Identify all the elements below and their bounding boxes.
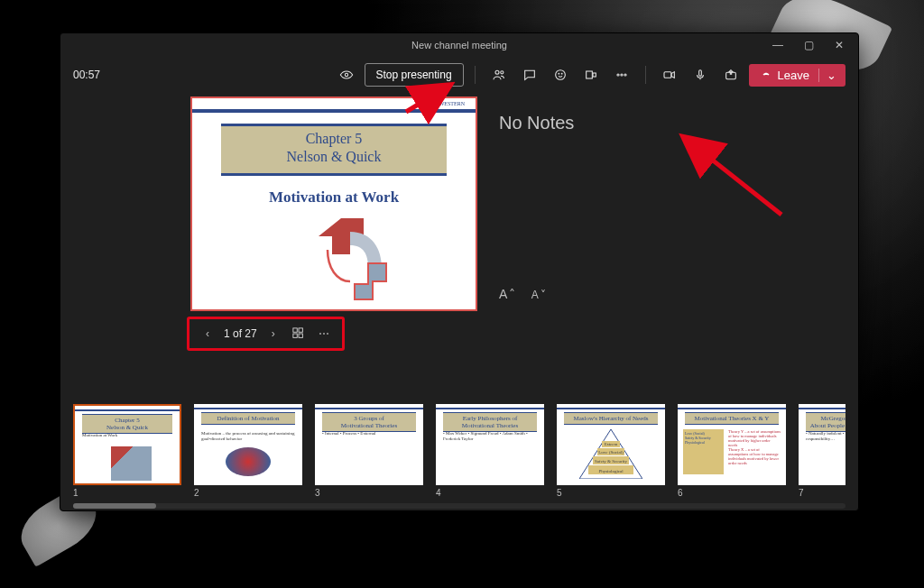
svg-rect-12: [698, 70, 701, 77]
font-decrease-button[interactable]: A˅: [531, 289, 548, 301]
svg-rect-15: [299, 328, 302, 332]
more-actions-icon[interactable]: [609, 62, 634, 87]
notes-font-controls: A˄ A˅: [499, 287, 845, 301]
toolbar-divider: [475, 66, 476, 84]
titlebar: New channel meeting — ▢ ✕: [60, 33, 858, 57]
close-button[interactable]: ✕: [824, 33, 855, 57]
svg-point-4: [559, 73, 559, 74]
minimize-button[interactable]: —: [762, 33, 793, 57]
svg-point-9: [621, 74, 623, 76]
svg-point-5: [561, 73, 562, 74]
slide-art-icon: [300, 214, 409, 304]
leave-button[interactable]: Leave ⌄: [749, 64, 845, 87]
thumbnail-number: 4: [436, 488, 544, 498]
svg-rect-17: [299, 334, 302, 337]
window-controls: — ▢ ✕: [762, 33, 855, 57]
slide-nav-strip: ‹ 1 of 27 › ⋯: [187, 317, 345, 351]
chapter-line-1: Chapter 5: [221, 130, 447, 148]
thumbnail-slide[interactable]: 3 Groups ofMotivational Theories • Inter…: [315, 404, 423, 498]
mic-icon[interactable]: [688, 62, 713, 87]
slide-title: Motivation at Work: [192, 188, 476, 207]
thumbnail-slide[interactable]: Motivational Theories X & Y Love (Social…: [678, 404, 786, 498]
thumbnail-number: 3: [315, 488, 423, 498]
call-timer: 00:57: [73, 69, 100, 81]
svg-rect-16: [293, 334, 297, 337]
window-title: New channel meeting: [411, 40, 507, 51]
svg-point-1: [495, 70, 499, 74]
svg-rect-14: [293, 328, 297, 332]
reactions-icon[interactable]: [548, 62, 573, 87]
scrollbar-handle[interactable]: [73, 503, 156, 509]
grid-view-icon[interactable]: [290, 325, 308, 343]
svg-rect-7: [593, 73, 596, 77]
chat-icon[interactable]: [517, 62, 542, 87]
slide-chapter-box: Chapter 5 Nelson & Quick: [221, 124, 447, 176]
share-icon[interactable]: [718, 62, 744, 87]
presenter-view: SOUTH-WESTERN Chapter 5 Nelson & Quick M…: [60, 93, 858, 404]
svg-rect-13: [725, 72, 735, 78]
stop-presenting-button[interactable]: Stop presenting: [365, 63, 464, 87]
toolbar-divider: [645, 66, 646, 84]
svg-point-10: [624, 74, 626, 76]
slide-counter: 1 of 27: [224, 327, 257, 340]
prev-slide-button[interactable]: ‹: [199, 325, 217, 343]
chevron-down-icon: ⌄: [818, 69, 836, 82]
current-slide-pane: SOUTH-WESTERN Chapter 5 Nelson & Quick M…: [73, 93, 477, 399]
participants-icon[interactable]: [486, 62, 512, 87]
svg-text:Esteem: Esteem: [605, 442, 618, 446]
svg-text:Love (Social): Love (Social): [598, 450, 624, 455]
meeting-window: New channel meeting — ▢ ✕ 00:57 Stop pre…: [60, 32, 859, 511]
thumbnail-scrollbar[interactable]: [73, 503, 845, 509]
breakout-rooms-icon[interactable]: [578, 62, 604, 87]
svg-text:Physiological: Physiological: [598, 469, 624, 473]
thumbnail-number: 6: [678, 488, 786, 498]
private-view-icon[interactable]: [334, 62, 359, 87]
thumbnail-number: 5: [557, 488, 665, 498]
thumbnail-slide[interactable]: Chapter 5Nelson & Quick Motivation at Wo…: [73, 404, 181, 498]
slide-logo: SOUTH-WESTERN: [420, 101, 465, 106]
thumbnail-strip: Chapter 5Nelson & Quick Motivation at Wo…: [60, 404, 858, 510]
thumbnail-number: 1: [73, 488, 181, 498]
current-slide[interactable]: SOUTH-WESTERN Chapter 5 Nelson & Quick M…: [190, 96, 477, 311]
thumbnail-slide[interactable]: Definition of Motivation Motivation – th…: [194, 404, 302, 498]
thumbnail-slide[interactable]: Maslow's Hierarchy of Needs Physiologica…: [557, 404, 665, 498]
meeting-toolbar: 00:57 Stop presenting: [60, 57, 858, 93]
svg-rect-6: [586, 71, 592, 78]
thumbnail-slide[interactable]: McGregor's AssumptionsAbout People Based…: [799, 404, 845, 498]
thumbnail-number: 7: [799, 488, 845, 498]
more-options-icon[interactable]: ⋯: [315, 325, 333, 343]
leave-label: Leave: [778, 69, 809, 82]
camera-icon[interactable]: [657, 62, 682, 87]
notes-pane: No Notes A˄ A˅: [499, 93, 845, 399]
svg-point-8: [617, 74, 619, 76]
svg-rect-11: [664, 72, 671, 78]
next-slide-button[interactable]: ›: [264, 325, 282, 343]
chapter-line-2: Nelson & Quick: [221, 148, 447, 166]
svg-text:Safety & Security: Safety & Security: [595, 459, 627, 464]
svg-point-0: [345, 73, 347, 76]
font-increase-button[interactable]: A˄: [499, 287, 517, 301]
thumbnail-number: 2: [194, 488, 302, 498]
no-notes-label: No Notes: [499, 113, 845, 133]
svg-point-3: [555, 70, 565, 80]
thumbnail-slide[interactable]: Early Philosophers ofMotivational Theori…: [436, 404, 544, 498]
svg-point-2: [500, 71, 503, 74]
maximize-button[interactable]: ▢: [793, 33, 824, 57]
